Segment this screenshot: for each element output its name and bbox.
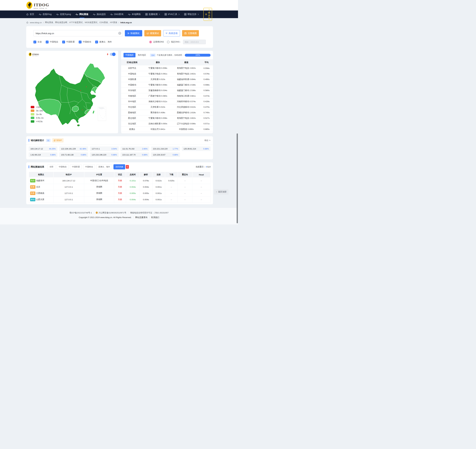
list-item: 183.134.17.1244.25% <box>29 146 57 151</box>
custom-dns-input[interactable] <box>183 40 206 44</box>
lightning-icon <box>107 53 109 56</box>
icp-license[interactable]: 蜀ICP备2021010748号-1 <box>69 212 92 214</box>
table-row: 全部节点宁夏银川移动 0.008s青海西宁电信 2.602s0.558s <box>121 65 213 71</box>
filter-hmt-overseas[interactable]: 港澳台、海外 <box>96 164 112 169</box>
list-item: 127.0.0.13.54% <box>90 146 119 151</box>
table-row: 中国电信宁夏银川电信 0.091s青海西宁电信 2.602s0.576s <box>121 71 213 77</box>
list-item: 103.71.68.1380.88% <box>59 152 88 157</box>
copy-ip-button[interactable]: 复制IP <box>52 138 63 142</box>
filter-failed[interactable]: 访问失败 <box>114 164 125 169</box>
region-stats-table: 区域/运营商 最快 最慢 平均 全部节点宁夏银川移动 0.008s青海西宁电信 … <box>121 59 213 132</box>
site-header: ITDOG www.itdog.cn <box>0 0 238 11</box>
site-footer: 蜀ICP备2021010748号-1 川公网安备51060302510971号 … <box>0 208 238 225</box>
double-chevron-down-icon <box>166 32 167 34</box>
chevron-up-icon <box>209 140 211 141</box>
contact-link[interactable]: 联系我们 <box>151 216 159 219</box>
traffic-link[interactable]: 网站流量查询 <box>135 216 148 219</box>
scrollbar-thumb[interactable] <box>237 134 238 223</box>
nav-item-ping[interactable]: 在线Ping <box>39 11 52 18</box>
filter-unicom[interactable]: 中国联通 <box>70 164 82 169</box>
url-input[interactable] <box>34 30 123 36</box>
nav-item-help[interactable]: 帮助支持 <box>184 11 199 18</box>
table-row: 西北地区宁夏银川移动 0.008s青海西宁电信 2.602s0.527s <box>121 115 213 121</box>
filter-all[interactable]: 全部 <box>47 164 55 169</box>
checkbox-hmt-overseas[interactable]: ✓ 港澳台、海外 <box>95 41 112 43</box>
nav-item-ipv6-tools[interactable]: IPV6工具 <box>165 11 180 18</box>
advanced-options-button[interactable]: 高级选项 <box>163 30 180 36</box>
failed-count-badge: 5 <box>126 165 129 169</box>
checkbox-select-all[interactable]: ✓ 全选 <box>34 41 42 43</box>
china-map-card: ITDOG www.itdog.cn <box>26 51 118 133</box>
list-item: 1.62.69.2190.88% <box>29 152 57 157</box>
copy-icon <box>54 140 56 141</box>
radio-carrier-dns[interactable] <box>149 41 152 43</box>
legend-swatch-midgreen <box>31 117 34 119</box>
nav-item-dns-query[interactable]: DNS查询 <box>110 11 123 18</box>
nav-item-home[interactable]: 首页 <box>26 11 34 18</box>
checkbox-china-unicom[interactable]: ✓ 中国联通 <box>62 41 75 43</box>
ip-stats-grid: 183.134.17.1244.25% 122.226.191.22942.48… <box>26 145 213 159</box>
list-item: 120.226.33.670.88% <box>151 152 180 157</box>
checkbox-checked-icon: ✓ <box>79 41 81 43</box>
table-row: 中国移动宁夏银川移动 0.008s福建厦门移动 2.538s0.598s <box>121 82 213 88</box>
up-arrow-icon: ↑ <box>216 191 217 193</box>
checkbox-checked-icon: ✓ <box>95 41 98 43</box>
checkbox-china-mobile[interactable]: ✓ 中国移动 <box>79 41 91 43</box>
filter-mobile[interactable]: 中国移动 <box>83 164 95 169</box>
nav-item-tcping[interactable]: 在线Tcping <box>56 11 71 18</box>
speedtest-form-card: × 快速测试 缓慢测试 高级选项 完整截图 ✓ 全选 <box>26 26 213 48</box>
breadcrumb-middle[interactable]: 网站测速、网站速度诊断、HTTP速度测试、WEB速度测试、CDN测速、API测速 <box>45 21 117 24</box>
nav-item-batch-check[interactable]: 批量检测 <box>145 11 160 18</box>
pulse-icon <box>56 13 59 15</box>
tab-overseas-region[interactable]: 海外地区 <box>138 54 146 56</box>
carrier-badge: 联通 <box>30 191 35 195</box>
results-title: 网站测速结果 <box>29 165 44 168</box>
map-legend: >10s 3s–10s 1s–3s 0.5s–1s <=0.5s <box>31 106 43 123</box>
table-row: 移动山西太原 127.0.0.1局域网 失败0.004s 0.004s0.001… <box>29 196 210 203</box>
itdog-dog-icon <box>29 53 32 56</box>
list-item: 125.39.61.2140.88% <box>182 146 211 151</box>
legend-swatch-darkgreen <box>31 120 34 123</box>
breadcrumb-current: h4ck.org.cn <box>120 21 132 24</box>
breadcrumb: www.itdog.cn / 网站测速、网站速度诊断、HTTP速度测试、WEB速… <box>26 21 213 24</box>
brand-name: ITDOG <box>34 3 49 7</box>
home-icon <box>26 21 29 23</box>
collapse-button[interactable]: 收起 <box>204 139 211 142</box>
itdog-dog-icon <box>26 1 33 9</box>
tab-china-region[interactable]: 中国地区 <box>124 53 136 57</box>
table-row: 电信福建泉州 183.134.17.12中国/浙江/台州/电信 失败0.101s… <box>29 178 210 184</box>
checkbox-checked-icon: ✓ <box>62 41 65 43</box>
region-stats-card: 中国地区 海外地区 114 个监测点参与测试，当前进度： 100% 区域/运营商… <box>121 51 213 133</box>
list-item: 122.226.191.22942.48% <box>59 146 88 151</box>
pulse-icon <box>128 13 131 15</box>
filter-telecom[interactable]: 中国电信 <box>57 164 69 169</box>
list-item: 120.233.196.2200.88% <box>90 152 119 157</box>
carrier-badge: 电信 <box>30 179 35 182</box>
back-to-top-button[interactable]: ↑ 返回顶部 <box>214 189 229 195</box>
clear-input-icon[interactable]: × <box>118 32 121 35</box>
checkbox-china-telecom[interactable]: ✓ 中国电信 <box>46 41 58 43</box>
carrier-badge: 联通 <box>30 185 35 189</box>
quick-test-button[interactable]: 快速测试 <box>125 30 142 36</box>
breadcrumb-home[interactable]: www.itdog.cn <box>30 21 42 24</box>
full-screenshot-button[interactable]: 完整截图 <box>182 30 199 36</box>
pulse-icon <box>39 13 41 15</box>
legend-item: <=0.5s <box>31 120 43 123</box>
site-logo[interactable]: ITDOG www.itdog.cn <box>26 1 49 9</box>
chevron-right-icon <box>198 13 199 15</box>
police-badge-icon <box>96 212 98 214</box>
nav-item-traceroute[interactable]: 路由追踪 <box>93 11 106 18</box>
nav-item-website-speedtest[interactable]: 网站测速 <box>75 11 88 18</box>
radio-custom-dns[interactable] <box>167 41 170 43</box>
checkbox-checked-icon: ✓ <box>46 41 49 43</box>
camera-icon <box>184 32 187 34</box>
settings-button[interactable]: ⚙ 习惯设置 <box>203 8 212 21</box>
home-icon <box>26 13 29 15</box>
legend-swatch-orange <box>31 109 34 112</box>
grid-icon <box>165 13 167 15</box>
table-row: 华北地区天津联通 0.010s河北承德移动 0.610s0.470s <box>121 104 213 110</box>
nav-item-local-network[interactable]: 本地网络 <box>128 11 141 18</box>
map-realtime-toggle[interactable] <box>110 53 115 56</box>
police-license[interactable]: 川公网安备51060302510971号 <box>96 212 126 214</box>
slow-test-button[interactable]: 缓慢测试 <box>144 30 161 36</box>
